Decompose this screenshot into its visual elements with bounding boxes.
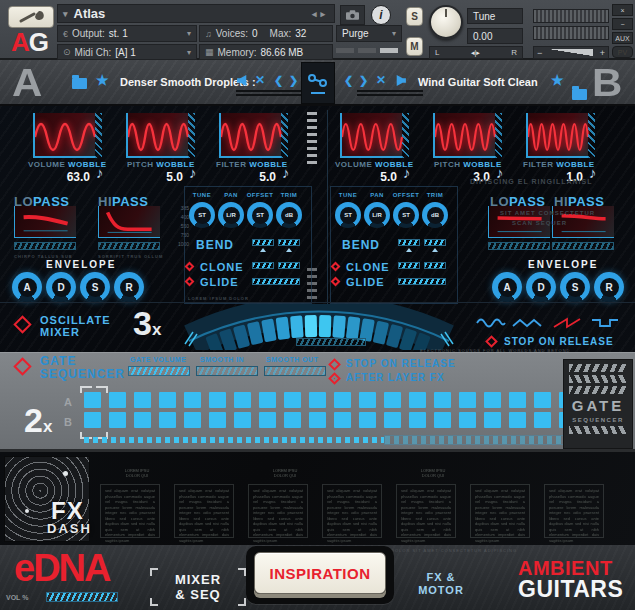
clone-b-slider-1[interactable] [398,262,420,269]
envelope-b-decay-knob[interactable]: D [526,272,556,302]
gate-step[interactable] [284,412,301,428]
stop-on-release-a-label[interactable]: STOP ON RELEASE [504,336,614,347]
wobble-b1-value[interactable]: 5.0 [345,170,397,184]
mute-button[interactable]: M [406,37,423,56]
layer-b-favorite-icon[interactable]: ★ [551,72,564,88]
envelope-b-sustain-knob[interactable]: S [560,272,590,302]
fx-dash-badge[interactable]: FX DASH [4,456,90,542]
gate-step[interactable] [109,392,126,408]
gate-step[interactable] [234,392,251,408]
output-caret-icon[interactable]: ▾ [187,29,191,38]
bend-b-slider-2[interactable] [424,239,446,246]
envelope-b-attack-knob[interactable]: A [492,272,522,302]
sine-wave-icon[interactable] [476,316,506,330]
envelope-a-attack-knob[interactable]: A [12,272,42,302]
center-fader[interactable] [307,112,317,168]
gate-step[interactable] [184,412,201,428]
pan-slider[interactable]: L ◂|▸ R [429,46,523,59]
triangle-wave-icon[interactable] [512,316,542,330]
gate-step[interactable] [309,412,326,428]
lopass-b-slider[interactable] [488,242,550,250]
hipass-a-slider[interactable] [98,242,160,250]
wobble-a1-note-icon[interactable]: ♪ [96,164,104,181]
gate-step[interactable] [509,412,526,428]
gate-step[interactable] [434,392,451,408]
gate-step[interactable] [84,392,101,408]
gate-step[interactable] [284,392,301,408]
gate-step[interactable] [409,412,426,428]
clone-a-slider-1[interactable] [252,262,274,269]
wobble-display-b-volume[interactable] [340,113,409,158]
trim-b-knob[interactable]: dB [422,202,448,228]
hipass-b-slider[interactable] [552,242,614,250]
layer-a-speaker-icon[interactable] [236,74,249,87]
hipass-a-display[interactable] [98,206,160,238]
gate-step[interactable] [84,412,101,428]
gate-step[interactable] [459,412,476,428]
inspiration-button[interactable]: INSPIRATION [254,552,386,594]
snapshot-camera-button[interactable] [340,5,365,25]
gate-step[interactable] [234,412,251,428]
pan-b-knob[interactable]: L/R [364,202,390,228]
bend-a-slider-1[interactable] [252,239,274,246]
gate-step[interactable] [359,412,376,428]
gate-step[interactable] [159,412,176,428]
fx-slot[interactable]: sed aliquam erat volutpat phasellus comm… [174,484,234,538]
fx-motor-button[interactable]: FX & MOTOR [406,571,476,597]
smooth-in-slider[interactable] [196,366,258,376]
stop-on-release-gate-label[interactable]: STOP ON RELEASE [346,358,456,369]
close-button[interactable]: × [612,4,633,16]
gate-step[interactable] [484,392,501,408]
layer-b-speaker-icon[interactable] [394,74,407,87]
gate-step[interactable] [534,392,551,408]
wobble-a1-value[interactable]: 63.0 [38,170,90,184]
clone-a-slider-2[interactable] [278,262,300,269]
tune-b-knob[interactable]: ST [335,202,361,228]
title-caret-icon[interactable]: ▾ [63,9,68,19]
stop-on-release-gate-diamond-icon[interactable] [328,358,341,371]
fx-slot[interactable]: sed aliquam erat volutpat phasellus comm… [544,484,604,538]
wrench-button[interactable] [8,6,54,28]
layer-a-favorite-icon[interactable]: ★ [96,72,109,88]
fx-slot[interactable]: sed aliquam erat volutpat phasellus comm… [396,484,456,538]
layer-a-next-icon[interactable]: ❯ [289,74,298,87]
gate-step[interactable] [309,392,326,408]
envelope-b-release-knob[interactable]: R [594,272,624,302]
info-button[interactable]: i [371,5,391,25]
after-layer-fx-diamond-icon[interactable] [328,372,341,385]
gate-phase-strip-bright[interactable] [84,437,384,443]
layer-a-folder-icon[interactable] [72,78,87,89]
trim-a-knob[interactable]: dB [276,202,302,228]
gate-step[interactable] [259,412,276,428]
prev-next-instrument[interactable]: ◂▸ [312,9,329,19]
purge-menu[interactable]: Purge ▾ [336,25,402,42]
gate-step[interactable] [434,412,451,428]
glide-a-slider[interactable] [252,278,300,285]
layer-b-folder-icon[interactable] [572,89,587,100]
wobble-display-a-volume[interactable] [33,113,102,158]
output-selector[interactable]: € Output: st. 1 ▾ [57,25,197,42]
layer-b-preset-name[interactable]: Wind Guitar Soft Clean [418,76,538,88]
gate-step[interactable] [159,392,176,408]
offset-b-knob[interactable]: ST [393,202,419,228]
gate-step[interactable] [259,392,276,408]
volume-slider[interactable]: − + [533,46,609,59]
wobble-display-a-filter[interactable] [219,113,288,158]
after-layer-fx-label[interactable]: AFTER LAYER FX [346,372,445,383]
gate-step[interactable] [509,392,526,408]
gate-step[interactable] [484,412,501,428]
fx-slot[interactable]: sed aliquam erat volutpat phasellus comm… [248,484,308,538]
envelope-a-sustain-knob[interactable]: S [80,272,110,302]
stop-on-release-a-diamond-icon[interactable] [485,335,498,348]
oscillate-mult-readout[interactable]: 3x [133,308,161,340]
gate-step[interactable] [134,392,151,408]
minimize-button[interactable]: − [612,18,633,30]
wobble-a3-value[interactable]: 5.0 [224,170,276,184]
volume-plus[interactable]: + [600,48,605,58]
gate-mult-readout[interactable]: 2x [24,405,52,437]
oscillate-mixer-diamond-icon[interactable] [13,315,31,333]
midi-channel-selector[interactable]: ⊙ Midi Ch: [A] 1 ▾ [57,44,197,60]
gate-step[interactable] [534,412,551,428]
smooth-out-slider[interactable] [264,366,326,376]
wobble-display-a-pitch[interactable] [126,113,195,158]
